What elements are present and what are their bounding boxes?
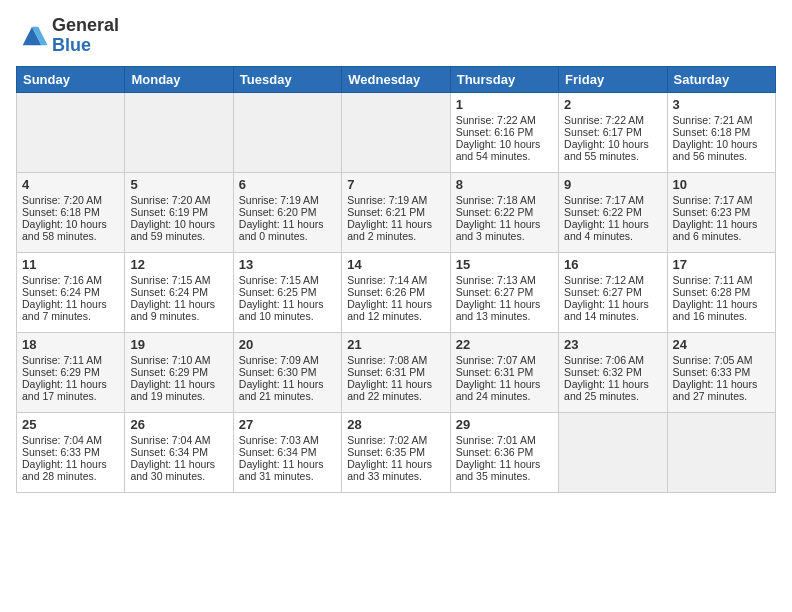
logo: General Blue (16, 16, 119, 56)
logo-icon (16, 22, 48, 50)
sunrise-text: Sunrise: 7:09 AM (239, 354, 336, 366)
sunset-text: Sunset: 6:31 PM (456, 366, 553, 378)
day-cell-12: 12Sunrise: 7:15 AMSunset: 6:24 PMDayligh… (125, 252, 233, 332)
daylight-text: Daylight: 11 hours and 22 minutes. (347, 378, 444, 402)
daylight-text: Daylight: 11 hours and 31 minutes. (239, 458, 336, 482)
column-header-sunday: Sunday (17, 66, 125, 92)
sunset-text: Sunset: 6:33 PM (22, 446, 119, 458)
week-row-3: 11Sunrise: 7:16 AMSunset: 6:24 PMDayligh… (17, 252, 776, 332)
empty-cell (233, 92, 341, 172)
day-number: 1 (456, 97, 553, 112)
sunrise-text: Sunrise: 7:17 AM (564, 194, 661, 206)
day-number: 10 (673, 177, 770, 192)
day-number: 8 (456, 177, 553, 192)
daylight-text: Daylight: 11 hours and 14 minutes. (564, 298, 661, 322)
sunset-text: Sunset: 6:22 PM (456, 206, 553, 218)
day-number: 26 (130, 417, 227, 432)
sunset-text: Sunset: 6:30 PM (239, 366, 336, 378)
sunset-text: Sunset: 6:21 PM (347, 206, 444, 218)
day-cell-27: 27Sunrise: 7:03 AMSunset: 6:34 PMDayligh… (233, 412, 341, 492)
daylight-text: Daylight: 11 hours and 10 minutes. (239, 298, 336, 322)
sunrise-text: Sunrise: 7:20 AM (130, 194, 227, 206)
sunset-text: Sunset: 6:27 PM (456, 286, 553, 298)
sunset-text: Sunset: 6:17 PM (564, 126, 661, 138)
sunset-text: Sunset: 6:29 PM (130, 366, 227, 378)
day-cell-11: 11Sunrise: 7:16 AMSunset: 6:24 PMDayligh… (17, 252, 125, 332)
sunrise-text: Sunrise: 7:11 AM (673, 274, 770, 286)
day-number: 12 (130, 257, 227, 272)
sunrise-text: Sunrise: 7:05 AM (673, 354, 770, 366)
day-number: 28 (347, 417, 444, 432)
day-number: 19 (130, 337, 227, 352)
day-cell-23: 23Sunrise: 7:06 AMSunset: 6:32 PMDayligh… (559, 332, 667, 412)
daylight-text: Daylight: 11 hours and 30 minutes. (130, 458, 227, 482)
day-number: 11 (22, 257, 119, 272)
daylight-text: Daylight: 10 hours and 58 minutes. (22, 218, 119, 242)
empty-cell (17, 92, 125, 172)
day-number: 25 (22, 417, 119, 432)
logo-general-text: General (52, 15, 119, 35)
day-number: 29 (456, 417, 553, 432)
sunset-text: Sunset: 6:16 PM (456, 126, 553, 138)
sunrise-text: Sunrise: 7:06 AM (564, 354, 661, 366)
day-cell-7: 7Sunrise: 7:19 AMSunset: 6:21 PMDaylight… (342, 172, 450, 252)
day-cell-26: 26Sunrise: 7:04 AMSunset: 6:34 PMDayligh… (125, 412, 233, 492)
daylight-text: Daylight: 11 hours and 35 minutes. (456, 458, 553, 482)
daylight-text: Daylight: 11 hours and 28 minutes. (22, 458, 119, 482)
sunset-text: Sunset: 6:28 PM (673, 286, 770, 298)
column-header-saturday: Saturday (667, 66, 775, 92)
day-number: 4 (22, 177, 119, 192)
daylight-text: Daylight: 11 hours and 24 minutes. (456, 378, 553, 402)
sunset-text: Sunset: 6:23 PM (673, 206, 770, 218)
sunrise-text: Sunrise: 7:19 AM (239, 194, 336, 206)
sunrise-text: Sunrise: 7:04 AM (130, 434, 227, 446)
column-header-wednesday: Wednesday (342, 66, 450, 92)
column-header-tuesday: Tuesday (233, 66, 341, 92)
sunrise-text: Sunrise: 7:12 AM (564, 274, 661, 286)
day-cell-28: 28Sunrise: 7:02 AMSunset: 6:35 PMDayligh… (342, 412, 450, 492)
sunrise-text: Sunrise: 7:01 AM (456, 434, 553, 446)
daylight-text: Daylight: 11 hours and 17 minutes. (22, 378, 119, 402)
sunset-text: Sunset: 6:22 PM (564, 206, 661, 218)
daylight-text: Daylight: 11 hours and 21 minutes. (239, 378, 336, 402)
day-number: 23 (564, 337, 661, 352)
sunset-text: Sunset: 6:35 PM (347, 446, 444, 458)
sunrise-text: Sunrise: 7:22 AM (456, 114, 553, 126)
day-cell-10: 10Sunrise: 7:17 AMSunset: 6:23 PMDayligh… (667, 172, 775, 252)
sunrise-text: Sunrise: 7:15 AM (239, 274, 336, 286)
sunset-text: Sunset: 6:20 PM (239, 206, 336, 218)
day-cell-21: 21Sunrise: 7:08 AMSunset: 6:31 PMDayligh… (342, 332, 450, 412)
week-row-2: 4Sunrise: 7:20 AMSunset: 6:18 PMDaylight… (17, 172, 776, 252)
sunset-text: Sunset: 6:29 PM (22, 366, 119, 378)
sunrise-text: Sunrise: 7:04 AM (22, 434, 119, 446)
daylight-text: Daylight: 11 hours and 19 minutes. (130, 378, 227, 402)
sunrise-text: Sunrise: 7:14 AM (347, 274, 444, 286)
day-cell-15: 15Sunrise: 7:13 AMSunset: 6:27 PMDayligh… (450, 252, 558, 332)
sunrise-text: Sunrise: 7:13 AM (456, 274, 553, 286)
day-cell-24: 24Sunrise: 7:05 AMSunset: 6:33 PMDayligh… (667, 332, 775, 412)
day-number: 6 (239, 177, 336, 192)
day-number: 5 (130, 177, 227, 192)
day-number: 20 (239, 337, 336, 352)
day-number: 21 (347, 337, 444, 352)
day-cell-22: 22Sunrise: 7:07 AMSunset: 6:31 PMDayligh… (450, 332, 558, 412)
daylight-text: Daylight: 11 hours and 3 minutes. (456, 218, 553, 242)
day-number: 27 (239, 417, 336, 432)
day-cell-13: 13Sunrise: 7:15 AMSunset: 6:25 PMDayligh… (233, 252, 341, 332)
column-header-thursday: Thursday (450, 66, 558, 92)
sunset-text: Sunset: 6:34 PM (130, 446, 227, 458)
empty-cell (559, 412, 667, 492)
sunset-text: Sunset: 6:31 PM (347, 366, 444, 378)
sunrise-text: Sunrise: 7:17 AM (673, 194, 770, 206)
day-number: 3 (673, 97, 770, 112)
day-cell-4: 4Sunrise: 7:20 AMSunset: 6:18 PMDaylight… (17, 172, 125, 252)
week-row-4: 18Sunrise: 7:11 AMSunset: 6:29 PMDayligh… (17, 332, 776, 412)
day-number: 9 (564, 177, 661, 192)
day-cell-1: 1Sunrise: 7:22 AMSunset: 6:16 PMDaylight… (450, 92, 558, 172)
daylight-text: Daylight: 10 hours and 56 minutes. (673, 138, 770, 162)
day-cell-9: 9Sunrise: 7:17 AMSunset: 6:22 PMDaylight… (559, 172, 667, 252)
column-header-monday: Monday (125, 66, 233, 92)
daylight-text: Daylight: 11 hours and 25 minutes. (564, 378, 661, 402)
daylight-text: Daylight: 11 hours and 33 minutes. (347, 458, 444, 482)
empty-cell (125, 92, 233, 172)
